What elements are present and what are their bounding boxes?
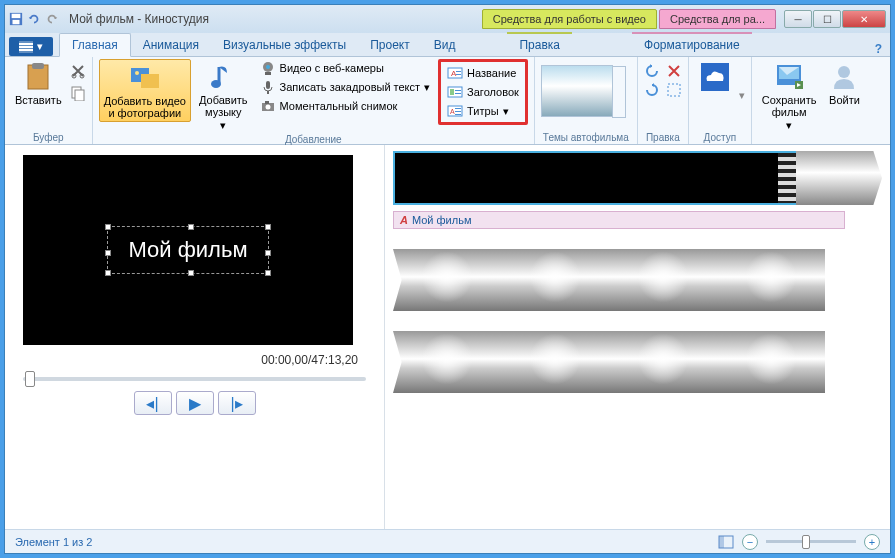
ribbon-tabs: ▾ Главная Анимация Визуальные эффекты Пр… — [5, 33, 890, 57]
add-music-button[interactable]: Добавить музыку▾ — [195, 59, 252, 133]
file-menu-button[interactable]: ▾ — [9, 37, 53, 56]
video-clip-row[interactable] — [393, 249, 882, 311]
group-automovie: Темы автофильма — [541, 131, 631, 144]
group-buffer: Буфер — [11, 131, 86, 144]
paste-button[interactable]: Вставить — [11, 59, 66, 108]
highlighted-text-group: AНазвание Заголовок AТитры ▾ — [438, 59, 528, 125]
workspace: Мой фильм 00:00,00/47:13,20 ◂| ▶ |▸ A Мо… — [5, 145, 890, 529]
svg-rect-37 — [455, 114, 461, 115]
svg-rect-31 — [455, 90, 461, 91]
caption-button[interactable]: Заголовок — [443, 83, 523, 101]
next-frame-button[interactable]: |▸ — [218, 391, 256, 415]
delete-icon[interactable] — [666, 63, 682, 79]
svg-point-15 — [135, 71, 139, 75]
signin-button[interactable]: Войти — [824, 59, 864, 108]
svg-rect-45 — [719, 536, 724, 548]
svg-point-16 — [211, 80, 221, 88]
svg-rect-19 — [265, 72, 271, 75]
view-mode-icon[interactable] — [718, 535, 734, 549]
tab-home[interactable]: Главная — [59, 33, 131, 57]
group-edit: Правка — [644, 131, 682, 144]
cut-icon[interactable] — [70, 63, 86, 79]
title-text-box[interactable]: Мой фильм — [107, 226, 268, 274]
video-thumb[interactable] — [796, 151, 882, 205]
timecode: 00:00,00/47:13,20 — [23, 353, 358, 367]
play-button[interactable]: ▶ — [176, 391, 214, 415]
svg-rect-6 — [19, 49, 33, 51]
narration-button[interactable]: Записать закадровый текст ▾ — [256, 78, 435, 96]
rotate-left-icon[interactable] — [644, 63, 660, 79]
select-all-icon[interactable] — [666, 82, 682, 98]
close-button[interactable]: ✕ — [842, 10, 886, 28]
maximize-button[interactable]: ☐ — [813, 10, 841, 28]
zoom-out-button[interactable]: − — [742, 534, 758, 550]
svg-rect-4 — [19, 43, 33, 45]
ribbon: Вставить Буфер Добавить видео и фотограф… — [5, 57, 890, 145]
automovie-gallery[interactable] — [541, 65, 613, 117]
svg-rect-20 — [266, 81, 270, 89]
webcam-button[interactable]: Видео с веб-камеры — [256, 59, 435, 77]
app-window: Мой фильм - Киностудия Средства для рабо… — [4, 4, 891, 554]
tab-format[interactable]: Форматирование — [632, 32, 752, 56]
prev-frame-button[interactable]: ◂| — [134, 391, 172, 415]
undo-icon[interactable] — [27, 12, 41, 26]
svg-point-18 — [266, 65, 270, 69]
title-clip-label[interactable]: A Мой фильм — [393, 211, 845, 229]
titlebar: Мой фильм - Киностудия Средства для рабо… — [5, 5, 890, 33]
svg-rect-28 — [456, 74, 461, 75]
svg-text:A: A — [451, 69, 457, 78]
svg-point-23 — [265, 105, 270, 110]
svg-rect-8 — [32, 63, 44, 69]
preview-title-text[interactable]: Мой фильм — [128, 237, 247, 263]
svg-rect-32 — [455, 93, 461, 94]
video-clip-row[interactable] — [393, 331, 882, 393]
copy-icon[interactable] — [70, 85, 86, 101]
snapshot-button[interactable]: Моментальный снимок — [256, 97, 435, 115]
save-icon[interactable] — [9, 12, 23, 26]
add-media-button[interactable]: Добавить видео и фотографии — [99, 59, 191, 122]
tab-effects[interactable]: Визуальные эффекты — [211, 34, 358, 56]
svg-rect-27 — [456, 71, 461, 72]
status-text: Элемент 1 из 2 — [15, 536, 92, 548]
preview-monitor: Мой фильм — [23, 155, 353, 345]
tab-animation[interactable]: Анимация — [131, 34, 211, 56]
svg-rect-30 — [450, 89, 454, 95]
zoom-in-button[interactable]: + — [864, 534, 880, 550]
tab-view[interactable]: Вид — [422, 34, 468, 56]
svg-text:A: A — [450, 108, 455, 115]
svg-rect-24 — [265, 101, 269, 104]
title-button[interactable]: AНазвание — [443, 64, 523, 82]
svg-rect-14 — [141, 74, 159, 88]
svg-point-43 — [838, 66, 850, 78]
tab-edit[interactable]: Правка — [507, 32, 572, 56]
window-title: Мой фильм - Киностудия — [69, 12, 209, 26]
context-tab-video[interactable]: Средства для работы с видео — [482, 9, 657, 29]
redo-icon[interactable] — [45, 12, 59, 26]
preview-pane: Мой фильм 00:00,00/47:13,20 ◂| ▶ |▸ — [5, 145, 385, 529]
minimize-button[interactable]: ─ — [784, 10, 812, 28]
svg-rect-36 — [455, 111, 461, 112]
statusbar: Элемент 1 из 2 − + — [5, 529, 890, 553]
tab-project[interactable]: Проект — [358, 34, 422, 56]
svg-rect-1 — [12, 14, 21, 18]
svg-rect-12 — [75, 90, 84, 101]
title-clip[interactable] — [393, 151, 798, 205]
svg-rect-35 — [455, 108, 461, 109]
seek-slider[interactable] — [23, 377, 366, 381]
svg-rect-5 — [19, 46, 33, 48]
timeline-pane[interactable]: A Мой фильм — [385, 145, 890, 529]
svg-rect-2 — [13, 20, 20, 24]
credits-button[interactable]: AТитры ▾ — [443, 102, 523, 120]
zoom-slider[interactable] — [766, 540, 856, 543]
context-tab-text[interactable]: Средства для ра... — [659, 9, 776, 29]
skydrive-button[interactable] — [695, 59, 735, 95]
group-access: Доступ — [695, 131, 745, 144]
svg-rect-38 — [668, 84, 680, 96]
svg-rect-21 — [267, 91, 269, 94]
help-icon[interactable]: ? — [875, 42, 882, 56]
rotate-right-icon[interactable] — [644, 82, 660, 98]
save-movie-button[interactable]: Сохранить фильм▾ — [758, 59, 821, 133]
